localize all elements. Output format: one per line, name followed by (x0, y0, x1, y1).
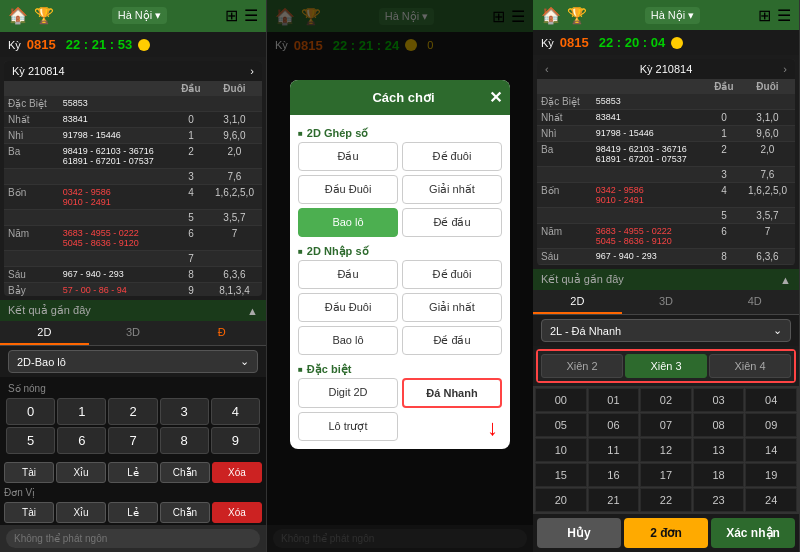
tab-2d[interactable]: 2D (0, 321, 89, 345)
unit-xoa-btn[interactable]: Xóa (212, 502, 262, 523)
right-location[interactable]: Hà Nội ▾ (645, 7, 701, 24)
num-cell[interactable]: 15 (535, 463, 587, 487)
right-arrow-right-icon[interactable]: › (783, 63, 787, 75)
num-cell[interactable]: 16 (588, 463, 640, 487)
num-cell[interactable]: 22 (640, 488, 692, 512)
modal-btn-digit2d[interactable]: Digit 2D (298, 378, 398, 408)
num-cell[interactable]: 01 (588, 388, 640, 412)
num-cell[interactable]: 18 (693, 463, 745, 487)
modal-btn-dau[interactable]: Đầu (298, 142, 398, 171)
left-location[interactable]: Hà Nội ▾ (112, 7, 168, 24)
num-cell[interactable]: 05 (535, 413, 587, 437)
xien-4-tab[interactable]: Xiên 4 (709, 354, 791, 378)
right-tab-4d[interactable]: 4D (710, 290, 799, 314)
unit-le-btn[interactable]: Lẻ (108, 502, 158, 523)
chan-btn[interactable]: Chẵn (160, 462, 210, 483)
num-cell[interactable]: 17 (640, 463, 692, 487)
right-grid-icon[interactable]: ⊞ (758, 6, 771, 25)
modal-btn-giainhat2[interactable]: Giải nhất (402, 293, 502, 322)
right-menu-icon[interactable]: ☰ (777, 6, 791, 25)
table-row: 5 3,5,7 (537, 207, 795, 223)
num-cell[interactable]: 03 (693, 388, 745, 412)
num-cell[interactable]: 19 (745, 463, 797, 487)
left-timerbar: Kỳ 0815 22 : 21 : 53 (0, 32, 266, 58)
col-header-dacbiet (59, 81, 175, 96)
modal-btn-deduoi2[interactable]: Đề đuôi (402, 260, 502, 289)
xiu-btn[interactable]: Xỉu (56, 462, 106, 483)
xoa-btn[interactable]: Xóa (212, 462, 262, 483)
result-header-label: Kỳ 210814 (12, 65, 65, 77)
num-cell[interactable]: 12 (640, 438, 692, 462)
modal-btn-deduoi[interactable]: Đề đuôi (402, 142, 502, 171)
table-row: 5 3,5,7 (4, 210, 262, 226)
num-cell[interactable]: 23 (693, 488, 745, 512)
huy-btn[interactable]: Hủy (537, 518, 621, 548)
modal-close-btn[interactable]: ✕ (489, 88, 502, 107)
left-action-row: Tài Xỉu Lẻ Chẵn Xóa (0, 460, 266, 485)
num-btn-0[interactable]: 0 (6, 398, 55, 425)
num-cell[interactable]: 20 (535, 488, 587, 512)
arrow-up-icon[interactable]: ▲ (247, 305, 258, 317)
modal-btn-giainhat[interactable]: Giải nhất (402, 175, 502, 204)
unit-xiu-btn[interactable]: Xỉu (56, 502, 106, 523)
num-cell[interactable]: 09 (745, 413, 797, 437)
modal-btn-dauduoi[interactable]: Đầu Đuôi (298, 175, 398, 204)
num-cell[interactable]: 00 (535, 388, 587, 412)
num-cell[interactable]: 10 (535, 438, 587, 462)
trophy-icon[interactable]: 🏆 (34, 6, 54, 25)
modal-btn-danhanh[interactable]: Đá Nhanh (402, 378, 502, 408)
num-cell[interactable]: 04 (745, 388, 797, 412)
arrow-right-icon[interactable]: › (250, 65, 254, 77)
xien-2-tab[interactable]: Xiên 2 (541, 354, 623, 378)
right-arrow-up-icon[interactable]: ▲ (780, 274, 791, 286)
modal-btn-dauduoi2[interactable]: Đầu Đuôi (298, 293, 398, 322)
right-arrow-left-icon[interactable]: ‹ (545, 63, 549, 75)
right-tab-3d[interactable]: 3D (622, 290, 711, 314)
trophy-icon-right[interactable]: 🏆 (567, 6, 587, 25)
mode-dropdown[interactable]: 2D-Bao lô ⌄ (8, 350, 258, 373)
num-btn-4[interactable]: 4 (211, 398, 260, 425)
num-cell[interactable]: 08 (693, 413, 745, 437)
modal-btn-dau2[interactable]: Đầu (298, 260, 398, 289)
modal-btn-baolo2[interactable]: Bao lô (298, 326, 398, 355)
right-result-header-label: Kỳ 210814 (640, 63, 693, 75)
modal-btn-lotruot[interactable]: Lô trượt (298, 412, 398, 441)
unit-chan-btn[interactable]: Chẵn (160, 502, 210, 523)
num-btn-3[interactable]: 3 (160, 398, 209, 425)
2don-btn[interactable]: 2 đơn (624, 518, 708, 548)
num-cell[interactable]: 13 (693, 438, 745, 462)
modal-btn-baolo[interactable]: Bao lô (298, 208, 398, 237)
num-cell[interactable]: 14 (745, 438, 797, 462)
modal-btn-dedau2[interactable]: Đề đầu (402, 326, 502, 355)
num-btn-8[interactable]: 8 (160, 427, 209, 454)
num-cell[interactable]: 24 (745, 488, 797, 512)
le-btn[interactable]: Lẻ (108, 462, 158, 483)
home-icon[interactable]: 🏠 (8, 6, 28, 25)
xien-3-tab[interactable]: Xiên 3 (625, 354, 707, 378)
num-btn-9[interactable]: 9 (211, 427, 260, 454)
tab-3d[interactable]: 3D (89, 321, 178, 345)
num-btn-6[interactable]: 6 (57, 427, 106, 454)
grid-icon[interactable]: ⊞ (225, 6, 238, 25)
num-cell[interactable]: 11 (588, 438, 640, 462)
num-btn-1[interactable]: 1 (57, 398, 106, 425)
num-btn-7[interactable]: 7 (108, 427, 157, 454)
num-cell[interactable]: 06 (588, 413, 640, 437)
tai-btn[interactable]: Tài (4, 462, 54, 483)
menu-icon[interactable]: ☰ (244, 6, 258, 25)
chat-input[interactable] (6, 529, 260, 548)
right-mode-dropdown[interactable]: 2L - Đá Nhanh ⌄ (541, 319, 791, 342)
number-grid-2d: 0001020304050607080910111213141516171819… (533, 386, 799, 514)
num-btn-5[interactable]: 5 (6, 427, 55, 454)
home-icon-right[interactable]: 🏠 (541, 6, 561, 25)
num-cell[interactable]: 02 (640, 388, 692, 412)
num-cell[interactable]: 07 (640, 413, 692, 437)
xacnhan-btn[interactable]: Xác nhận (711, 518, 795, 548)
right-tab-2d[interactable]: 2D (533, 290, 622, 314)
modal-btn-dedau[interactable]: Đề đầu (402, 208, 502, 237)
tab-d[interactable]: Đ (177, 321, 266, 345)
right-panel: 🏠 🏆 Hà Nội ▾ ⊞ ☰ Kỳ 0815 22 : 20 : 04 ‹ … (533, 0, 800, 552)
num-cell[interactable]: 21 (588, 488, 640, 512)
num-btn-2[interactable]: 2 (108, 398, 157, 425)
unit-tai-btn[interactable]: Tài (4, 502, 54, 523)
